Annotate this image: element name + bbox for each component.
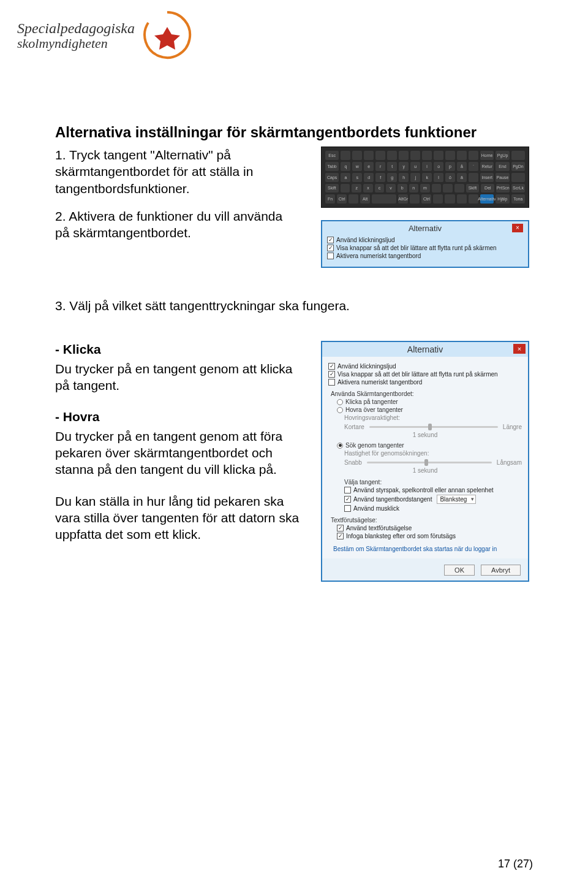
checkbox-numeric[interactable] (328, 379, 335, 386)
checkbox-clicksound[interactable]: ✓ (328, 363, 335, 370)
section-select-label: Välja tangent: (344, 479, 522, 486)
kb-alternativ-key: Alternativ (480, 194, 494, 204)
checkbox-insertspace[interactable]: ✓ (337, 533, 344, 539)
hover-duration-value: 1 sekund (328, 432, 522, 438)
checkbox-showbuttons[interactable]: ✓ (328, 371, 335, 378)
checkbox-prediction[interactable]: ✓ (337, 525, 344, 531)
hovra-text-2: Du kan ställa in hur lång tid pekaren sk… (55, 493, 300, 543)
radio-click[interactable] (337, 399, 343, 405)
steps-list: 1. Tryck tangent "Alternativ" på skärmta… (55, 147, 300, 241)
brand-line1: Specialpedagogiska (17, 21, 135, 36)
step-3: 3. Välj på vilket sätt tangenttryckninga… (55, 297, 533, 314)
hovra-text-1: Du trycker på en tangent genom att föra … (55, 428, 300, 478)
brand-logo: Specialpedagogiska skolmyndigheten (17, 21, 194, 61)
radio-hover[interactable] (337, 407, 343, 413)
startup-link[interactable]: Bestäm om Skärmtangentbordet ska startas… (333, 546, 522, 552)
keyboardkey-select[interactable]: Blanksteg (437, 495, 476, 504)
brand-star-icon (141, 9, 194, 61)
checkbox-showbuttons[interactable]: ✓ (327, 245, 334, 251)
cancel-button[interactable]: Avbryt (481, 565, 521, 576)
kb-key: Esc (325, 151, 339, 160)
options-dialog-small: Alternativ × ✓Använd klickningsljud ✓Vis… (321, 220, 529, 268)
klicka-text: Du trycker på en tangent genom att klick… (55, 360, 300, 394)
close-icon[interactable]: × (512, 224, 523, 232)
section-prediction-label: Textförutsägelse: (331, 517, 522, 524)
checkbox-keyboardkey[interactable]: ✓ (344, 496, 351, 503)
checkbox-clicksound[interactable]: ✓ (327, 237, 334, 243)
section-title: Alternativa inställningar för skärmtange… (55, 123, 533, 142)
step-1: 1. Tryck tangent "Alternativ" på skärmta… (55, 147, 300, 197)
brand-line2: skolmyndigheten (17, 36, 135, 50)
hovra-heading: - Hovra (55, 408, 300, 425)
section-use-label: Använda Skärmtangentbordet: (331, 390, 522, 397)
checkbox-joystick[interactable] (344, 487, 351, 493)
radio-scan[interactable] (337, 443, 343, 449)
dialog-title: Alternativ (407, 345, 443, 354)
scan-speed-value: 1 sekund (328, 467, 522, 474)
ok-button[interactable]: OK (444, 565, 475, 576)
hover-duration-slider[interactable] (369, 426, 498, 428)
onscreen-keyboard-figure: Esc Home PgUp Tabb qwertyuiopå¨ Retur En… (321, 147, 529, 208)
step-2: 2. Aktivera de funktioner du vill använd… (55, 208, 300, 242)
close-icon[interactable]: × (513, 344, 526, 354)
hover-duration-label: Hovringsvaraktighet: (344, 414, 522, 421)
scan-speed-slider[interactable] (367, 462, 492, 463)
klicka-heading: - Klicka (55, 341, 300, 357)
page-number: 17 (27) (498, 858, 533, 870)
dialog-title: Alternativ (409, 224, 442, 233)
checkbox-mouseclick[interactable] (344, 505, 351, 512)
options-dialog-large: Alternativ × ✓Använd klickningsljud ✓Vis… (321, 341, 529, 582)
scan-speed-label: Hastighet för genomsökningen: (344, 450, 522, 457)
checkbox-numeric[interactable] (327, 253, 334, 259)
